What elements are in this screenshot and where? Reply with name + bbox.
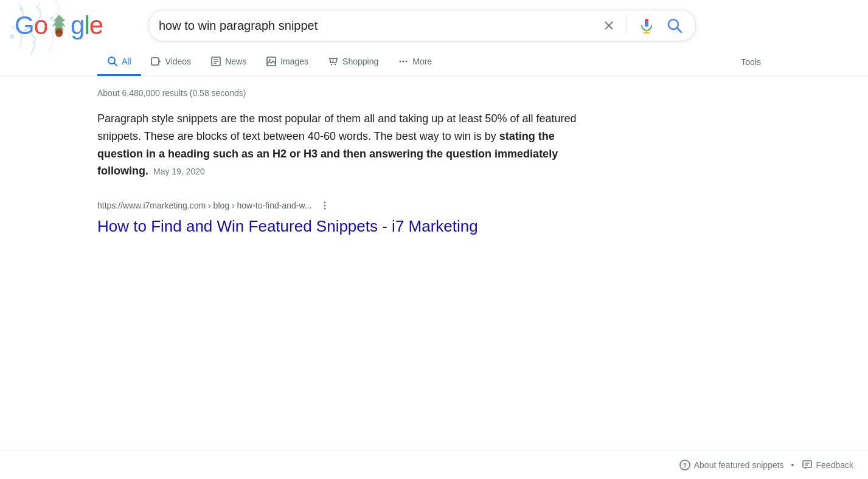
tab-videos[interactable]: Videos xyxy=(141,49,201,76)
svg-point-2 xyxy=(10,34,15,39)
google-logo[interactable]: G o g l e xyxy=(15,11,136,40)
bottom-bar: ? About featured snippets • Feedback xyxy=(0,450,868,479)
header: G o g l e xyxy=(0,0,868,46)
svg-point-8 xyxy=(56,33,62,36)
svg-rect-36 xyxy=(803,461,811,467)
result-url-row: https://www.i7marketing.com › blog › how… xyxy=(97,197,584,214)
svg-rect-17 xyxy=(151,58,159,65)
svg-line-27 xyxy=(333,58,333,63)
svg-point-33 xyxy=(324,208,326,210)
results-area: About 6,480,000 results (0.58 seconds) P… xyxy=(0,76,868,249)
svg-point-24 xyxy=(269,59,271,61)
search-bar xyxy=(148,10,696,41)
tab-all[interactable]: All xyxy=(97,49,141,76)
clear-button[interactable] xyxy=(600,16,618,35)
svg-marker-18 xyxy=(159,60,161,63)
svg-rect-23 xyxy=(267,57,276,66)
voice-search-button[interactable] xyxy=(636,15,658,36)
svg-point-3 xyxy=(32,41,35,44)
logo-letter-g2: g xyxy=(71,11,84,40)
result-title[interactable]: How to Find and Win Featured Snippets - … xyxy=(97,216,584,237)
about-featured-snippets-button[interactable]: ? About featured snippets xyxy=(679,460,784,470)
svg-text:?: ? xyxy=(683,463,687,469)
feedback-button[interactable]: Feedback xyxy=(802,460,853,470)
tab-news-label: News xyxy=(225,57,246,66)
logo-letter-l: l xyxy=(84,11,89,40)
logo-pine-cone xyxy=(48,13,70,38)
svg-point-29 xyxy=(403,61,404,63)
feedback-icon xyxy=(802,460,813,470)
snippet-text: Paragraph style snippets are the most po… xyxy=(97,110,584,180)
help-circle-icon: ? xyxy=(679,460,690,470)
tab-images-label: Images xyxy=(280,57,308,66)
tab-shopping[interactable]: Shopping xyxy=(318,49,388,76)
search-divider xyxy=(627,17,627,34)
logo-letter-o1: o xyxy=(34,11,47,40)
search-button[interactable] xyxy=(664,15,686,36)
vertical-dots-icon xyxy=(319,200,330,211)
svg-point-31 xyxy=(324,202,326,204)
svg-rect-10 xyxy=(645,19,648,22)
search-icon xyxy=(666,17,683,34)
search-bar-wrapper xyxy=(148,10,696,41)
search-result: https://www.i7marketing.com › blog › how… xyxy=(97,197,584,237)
svg-point-1 xyxy=(38,4,41,6)
nav-tabs: All Videos News xyxy=(0,49,868,76)
video-tab-icon xyxy=(151,56,162,67)
search-input[interactable] xyxy=(159,19,594,33)
tab-images[interactable]: Images xyxy=(256,49,318,76)
svg-line-14 xyxy=(678,29,682,33)
svg-point-25 xyxy=(331,64,332,65)
svg-point-26 xyxy=(335,64,336,65)
tab-videos-label: Videos xyxy=(165,57,192,66)
results-count: About 6,480,000 results (0.58 seconds) xyxy=(97,88,771,98)
svg-point-28 xyxy=(400,61,401,63)
tab-news[interactable]: News xyxy=(201,49,256,76)
feedback-label: Feedback xyxy=(816,460,853,470)
logo-letter-e: e xyxy=(89,11,103,40)
logo-letter-g: G xyxy=(15,11,34,40)
clear-icon xyxy=(602,19,616,32)
tab-shopping-label: Shopping xyxy=(342,57,378,66)
tools-button[interactable]: Tools xyxy=(731,50,771,74)
pine-cone-svg xyxy=(48,13,70,38)
more-tab-icon xyxy=(398,56,409,67)
svg-point-32 xyxy=(324,205,326,207)
tab-all-label: All xyxy=(122,57,131,66)
result-options-button[interactable] xyxy=(316,197,333,214)
svg-line-16 xyxy=(114,63,117,66)
svg-point-30 xyxy=(406,61,408,63)
svg-point-13 xyxy=(668,19,678,29)
microphone-icon xyxy=(638,17,655,34)
images-tab-icon xyxy=(266,56,277,67)
tab-more[interactable]: More xyxy=(388,49,442,76)
search-tab-icon xyxy=(107,56,118,67)
result-url: https://www.i7marketing.com › blog › how… xyxy=(97,201,311,210)
bottom-separator: • xyxy=(791,460,794,470)
tab-more-label: More xyxy=(412,57,432,66)
snippet-date: May 19, 2020 xyxy=(153,167,205,176)
shopping-tab-icon xyxy=(328,56,339,67)
news-tab-icon xyxy=(210,56,221,67)
featured-snippet: Paragraph style snippets are the most po… xyxy=(97,110,584,180)
about-snippets-label: About featured snippets xyxy=(694,460,784,470)
